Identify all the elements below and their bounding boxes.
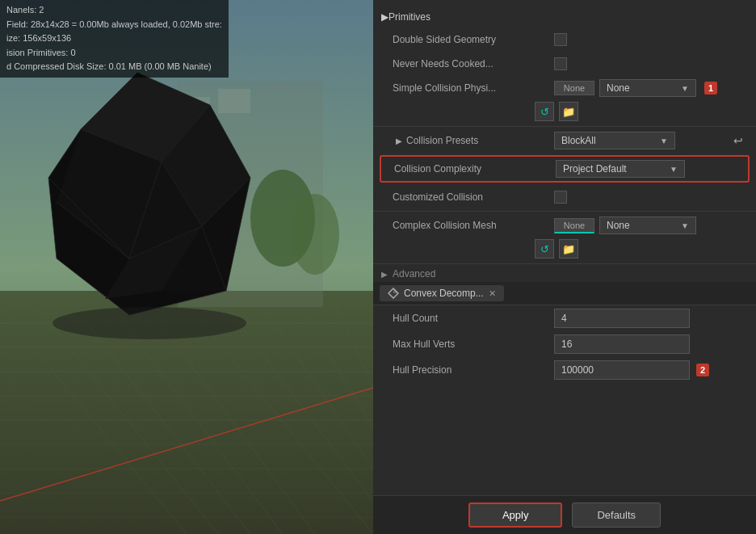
simple-collision-row: Simple Collision Physi... None None ▼ 1 … bbox=[373, 76, 756, 100]
svg-marker-52 bbox=[393, 288, 398, 293]
viewport-svg bbox=[0, 0, 373, 534]
properties-panel: ▶ Primitives Double Sided Geometry Never… bbox=[373, 0, 756, 534]
svg-point-50 bbox=[52, 307, 246, 339]
reset-icon-btn[interactable]: ↺ bbox=[535, 102, 554, 121]
viewport-info-overlay: Nanels: 2 Field: 28x14x28 = 0.00Mb alway… bbox=[0, 0, 229, 78]
3d-viewport[interactable]: Nanels: 2 Field: 28x14x28 = 0.00Mb alway… bbox=[0, 0, 373, 534]
complex-mesh-dropdown[interactable]: None ▼ bbox=[599, 217, 696, 234]
simple-collision-dropdown[interactable]: None ▼ bbox=[599, 79, 696, 97]
customized-collision-row: Customized Collision bbox=[373, 185, 756, 209]
double-sided-checkbox[interactable] bbox=[554, 33, 567, 46]
collision-complexity-arrow: ▼ bbox=[670, 165, 678, 174]
simple-collision-icons-row: ↺ 📁 bbox=[373, 100, 756, 124]
divider-2 bbox=[373, 211, 756, 212]
customized-collision-label: Customized Collision bbox=[393, 191, 554, 203]
advanced-section-header[interactable]: ▶ Advanced bbox=[373, 266, 756, 282]
advanced-label: Advanced bbox=[393, 268, 435, 280]
complex-reset-icon-btn[interactable]: ↺ bbox=[535, 239, 554, 259]
svg-rect-4 bbox=[218, 89, 250, 113]
divider-1 bbox=[373, 126, 756, 127]
browse-icon-btn[interactable]: 📁 bbox=[559, 102, 578, 121]
divider-3 bbox=[373, 263, 756, 264]
customized-collision-value bbox=[554, 191, 743, 204]
double-sided-row: Double Sided Geometry bbox=[373, 27, 756, 52]
primitives-section-header[interactable]: ▶ Primitives bbox=[373, 6, 756, 27]
collision-complexity-highlight-border: Collision Complexity Project Default ▼ bbox=[380, 155, 750, 183]
collision-complexity-dropdown[interactable]: Project Default ▼ bbox=[556, 160, 685, 178]
simple-collision-label: Simple Collision Physi... bbox=[393, 82, 554, 94]
collision-presets-row: ▶ Collision Presets BlockAll ▼ ↩ bbox=[373, 128, 756, 153]
complex-mesh-none-badge: None bbox=[554, 218, 594, 233]
apply-button[interactable]: Apply bbox=[468, 502, 563, 528]
hull-precision-row: Hull Precision 2 bbox=[373, 357, 756, 383]
collision-presets-label: ▶ Collision Presets bbox=[393, 135, 554, 146]
complex-collision-icons-row: ↺ 📁 bbox=[373, 238, 756, 262]
max-hull-verts-label: Max Hull Verts bbox=[393, 338, 554, 350]
hull-precision-label: Hull Precision bbox=[393, 364, 554, 376]
collision-complexity-label: Collision Complexity bbox=[394, 163, 556, 174]
badge-2: 2 bbox=[696, 364, 709, 376]
complex-mesh-dropdown-arrow: ▼ bbox=[681, 221, 689, 230]
customized-collision-checkbox[interactable] bbox=[554, 191, 567, 204]
svg-point-6 bbox=[291, 194, 339, 275]
badge-1: 1 bbox=[704, 82, 717, 95]
never-needs-cooked-value bbox=[554, 57, 743, 70]
simple-collision-none-badge: None bbox=[554, 81, 594, 95]
hull-precision-input[interactable] bbox=[554, 360, 690, 380]
simple-collision-dropdown-arrow: ▼ bbox=[681, 84, 689, 93]
hull-count-label: Hull Count bbox=[393, 313, 554, 324]
never-needs-cooked-checkbox[interactable] bbox=[554, 57, 567, 70]
panel-scroll-area[interactable]: ▶ Primitives Double Sided Geometry Never… bbox=[373, 0, 756, 495]
never-needs-cooked-label: Never Needs Cooked... bbox=[393, 58, 554, 69]
complex-browse-icon-btn[interactable]: 📁 bbox=[559, 239, 578, 259]
tab-bar: Convex Decomp... ✕ bbox=[373, 282, 756, 305]
collision-presets-value-area: BlockAll ▼ bbox=[554, 132, 729, 149]
convex-decomp-icon bbox=[388, 288, 399, 299]
collision-presets-arrow: ▼ bbox=[660, 137, 668, 145]
convex-decomp-tab[interactable]: Convex Decomp... ✕ bbox=[380, 285, 504, 301]
primitives-expand-arrow: ▶ bbox=[381, 11, 388, 23]
bottom-bar: Apply Defaults bbox=[373, 495, 756, 534]
hull-count-input[interactable] bbox=[554, 309, 690, 328]
convex-tab-close[interactable]: ✕ bbox=[489, 288, 496, 299]
complex-mesh-label: Complex Collision Mesh bbox=[393, 220, 554, 231]
collision-complexity-row: Collision Complexity Project Default ▼ bbox=[381, 157, 748, 181]
max-hull-verts-row: Max Hull Verts bbox=[373, 331, 756, 357]
collision-presets-dropdown[interactable]: BlockAll ▼ bbox=[554, 132, 675, 149]
complex-collision-row: Complex Collision Mesh None None ▼ bbox=[373, 213, 756, 238]
hull-count-value-area bbox=[554, 309, 743, 328]
max-hull-verts-input[interactable] bbox=[554, 334, 690, 354]
complex-mesh-value-area: None None ▼ bbox=[554, 217, 743, 234]
max-hull-verts-value-area bbox=[554, 334, 743, 354]
hull-count-row: Hull Count bbox=[373, 305, 756, 331]
convex-tab-label: Convex Decomp... bbox=[404, 288, 484, 299]
primitives-label: Primitives bbox=[388, 11, 430, 23]
undo-button-presets[interactable]: ↩ bbox=[733, 134, 743, 147]
double-sided-value bbox=[554, 33, 743, 46]
hull-precision-value-area: 2 bbox=[554, 360, 743, 380]
never-needs-cooked-row: Never Needs Cooked... bbox=[373, 52, 756, 76]
defaults-button[interactable]: Defaults bbox=[572, 502, 661, 528]
collision-complexity-value-area: Project Default ▼ bbox=[556, 160, 735, 178]
simple-collision-value-area: None None ▼ 1 bbox=[554, 79, 743, 97]
double-sided-label: Double Sided Geometry bbox=[393, 34, 554, 45]
advanced-expand-arrow: ▶ bbox=[381, 270, 388, 279]
